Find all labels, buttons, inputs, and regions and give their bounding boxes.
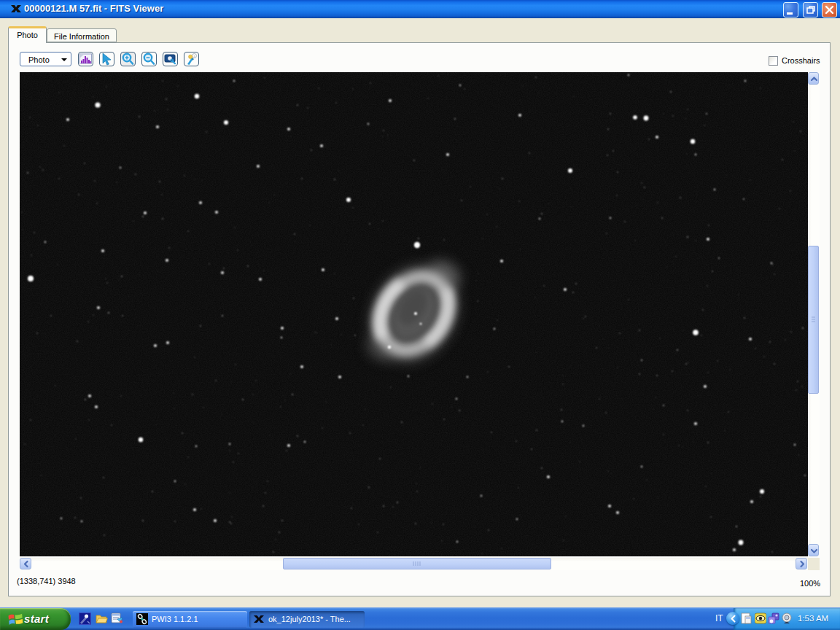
svg-text:i: i bbox=[194, 54, 195, 58]
